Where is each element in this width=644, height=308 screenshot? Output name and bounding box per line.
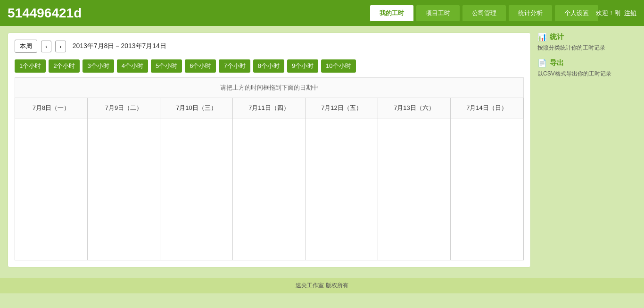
calendar-day-header: 7月11日（四） xyxy=(233,98,305,118)
logout-link[interactable]: 注销 xyxy=(624,9,636,17)
calendar-day-body[interactable] xyxy=(15,118,88,260)
time-block[interactable]: 10个小时 xyxy=(321,59,355,73)
footer-text: 速尖工作室 版权所有 xyxy=(296,282,348,289)
time-block[interactable]: 5个小时 xyxy=(151,59,182,73)
export-desc: 以CSV格式导出你的工时记录 xyxy=(537,69,636,78)
stats-title[interactable]: 📊 统计 xyxy=(537,33,636,42)
nav-btn-stats[interactable]: 统计分析 xyxy=(508,5,553,22)
content-area: 本周 ‹ › 2013年7月8日－2013年7月14日 1个小时2个小时3个小时… xyxy=(8,33,531,267)
calendar-day-header: 7月10日（三） xyxy=(160,98,233,118)
time-block[interactable]: 1个小时 xyxy=(15,59,46,73)
prev-week-button[interactable]: ‹ xyxy=(41,41,51,52)
time-block[interactable]: 7个小时 xyxy=(219,59,250,73)
export-title[interactable]: 📄 导出 xyxy=(537,58,636,67)
nav-btn-my-hours[interactable]: 我的工时 xyxy=(370,5,414,22)
time-blocks-container: 1个小时2个小时3个小时4个小时5个小时6个小时7个小时8个小时9个小时10个小… xyxy=(15,59,524,73)
export-icon: 📄 xyxy=(537,58,547,67)
main-wrapper: 本周 ‹ › 2013年7月8日－2013年7月14日 1个小时2个小时3个小时… xyxy=(0,26,644,274)
calendar-day-body[interactable] xyxy=(88,118,160,260)
calendar-day-body[interactable] xyxy=(451,118,523,260)
stats-title-label: 统计 xyxy=(550,33,564,42)
time-block[interactable]: 2个小时 xyxy=(49,59,80,73)
nav-btn-company-manage[interactable]: 公司管理 xyxy=(462,5,506,22)
footer: 速尖工作室 版权所有 xyxy=(0,278,644,293)
welcome-text: 欢迎！刚 xyxy=(596,9,620,17)
calendar-day-body[interactable] xyxy=(233,118,305,260)
calendar-day-body[interactable] xyxy=(160,118,233,260)
time-block[interactable]: 9个小时 xyxy=(287,59,318,73)
time-block[interactable]: 6个小时 xyxy=(185,59,216,73)
stats-icon: 📊 xyxy=(537,33,547,42)
calendar-day-header: 7月14日（日） xyxy=(451,98,523,118)
this-week-button[interactable]: 本周 xyxy=(15,40,37,53)
calendar-day-header: 7月12日（五） xyxy=(305,98,378,118)
calendar-hint: 请把上方的时间框拖到下面的日期中 xyxy=(15,77,524,98)
time-block[interactable]: 8个小时 xyxy=(253,59,284,73)
logo: 514496421d xyxy=(8,6,82,21)
date-range: 2013年7月8日－2013年7月14日 xyxy=(73,42,166,50)
sidebar-stats-section: 📊 统计 按照分类统计你的工时记录 xyxy=(537,33,636,52)
user-info: 欢迎！刚 注销 xyxy=(596,9,636,17)
header: 514496421d 我的工时项目工时公司管理统计分析个人设置 欢迎！刚 注销 xyxy=(0,0,644,26)
time-block[interactable]: 3个小时 xyxy=(83,59,114,73)
stats-desc: 按照分类统计你的工时记录 xyxy=(537,43,636,52)
calendar-day-header: 7月13日（六） xyxy=(378,98,451,118)
next-week-button[interactable]: › xyxy=(55,41,66,52)
nav-btn-settings[interactable]: 个人设置 xyxy=(554,5,599,22)
main-nav: 我的工时项目工时公司管理统计分析个人设置 xyxy=(370,5,599,22)
sidebar-export-section: 📄 导出 以CSV格式导出你的工时记录 xyxy=(537,58,636,78)
calendar-grid: 7月8日（一）7月9日（二）7月10日（三）7月11日（四）7月12日（五）7月… xyxy=(15,98,524,260)
calendar-day-body[interactable] xyxy=(378,118,451,260)
calendar-day-header: 7月9日（二） xyxy=(88,98,160,118)
calendar-day-body[interactable] xyxy=(305,118,378,260)
calendar-day-header: 7月8日（一） xyxy=(15,98,88,118)
sidebar: 📊 统计 按照分类统计你的工时记录 📄 导出 以CSV格式导出你的工时记录 xyxy=(537,33,636,267)
week-navigation: 本周 ‹ › 2013年7月8日－2013年7月14日 xyxy=(15,40,524,53)
export-title-label: 导出 xyxy=(550,58,564,67)
time-block[interactable]: 4个小时 xyxy=(117,59,148,73)
nav-btn-project-hours[interactable]: 项目工时 xyxy=(416,5,460,22)
